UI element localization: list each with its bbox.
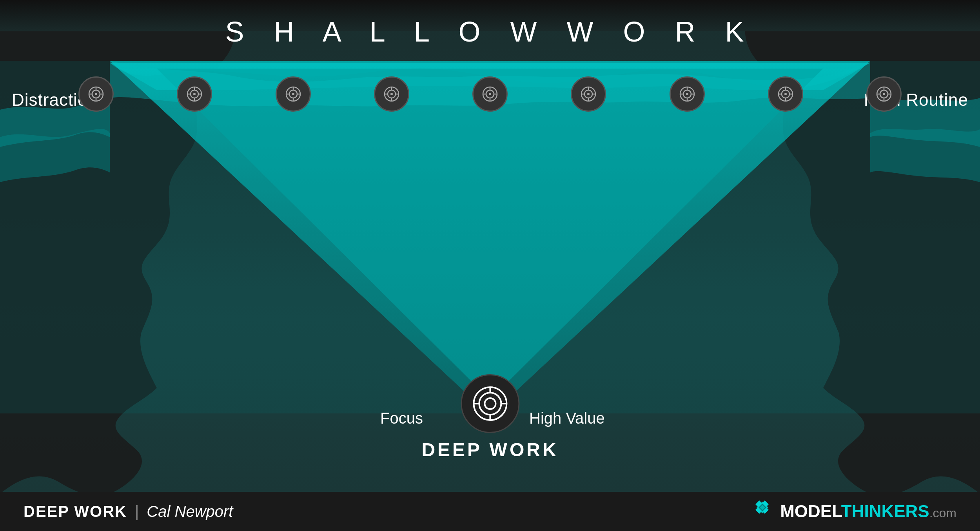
svg-point-52 <box>686 93 688 95</box>
svg-rect-3 <box>0 61 980 413</box>
logo-model-text: MODEL <box>780 502 841 521</box>
svg-point-45 <box>587 93 590 95</box>
footer-logo: MODELTHINKERS.com <box>751 500 956 523</box>
focus-label: Focus <box>380 410 423 427</box>
target-icon <box>461 374 519 433</box>
svg-point-31 <box>390 93 393 95</box>
svg-point-10 <box>95 93 97 95</box>
footer-divider: | <box>135 503 139 520</box>
icon-6 <box>571 76 606 112</box>
icon-3 <box>276 76 311 112</box>
shallow-work-title: S H A L L O W W O R K <box>225 16 755 48</box>
svg-point-24 <box>292 93 294 95</box>
footer-bar: DEEP WORK | Cal Newport MODELTHINKERS.co… <box>0 492 980 531</box>
modelthinkers-logo-icon <box>751 500 774 523</box>
deep-work-section: DEEP WORK <box>421 374 558 460</box>
icons-row <box>78 76 902 112</box>
footer-left: DEEP WORK | Cal Newport <box>24 503 233 520</box>
svg-point-69 <box>485 398 495 409</box>
icon-4 <box>374 76 409 112</box>
svg-point-68 <box>479 393 501 415</box>
logo-thinkers-text: THINKERS <box>841 502 929 521</box>
svg-point-38 <box>489 93 491 95</box>
logo-text-container: MODELTHINKERS.com <box>780 502 956 521</box>
icon-8 <box>768 76 803 112</box>
main-container: S H A L L O W W O R K <box>0 0 980 531</box>
icon-7 <box>670 76 705 112</box>
svg-point-59 <box>784 93 787 95</box>
svg-point-17 <box>193 93 196 95</box>
icon-5 <box>472 76 508 112</box>
icon-9 <box>866 76 902 112</box>
logo-dotcom-text: .com <box>929 506 956 520</box>
icon-1 <box>78 76 114 112</box>
icon-2 <box>177 76 212 112</box>
footer-book-title: DEEP WORK <box>24 503 127 520</box>
footer-author: Cal Newport <box>147 503 233 520</box>
deep-work-label: DEEP WORK <box>421 439 558 460</box>
svg-point-66 <box>883 93 885 95</box>
